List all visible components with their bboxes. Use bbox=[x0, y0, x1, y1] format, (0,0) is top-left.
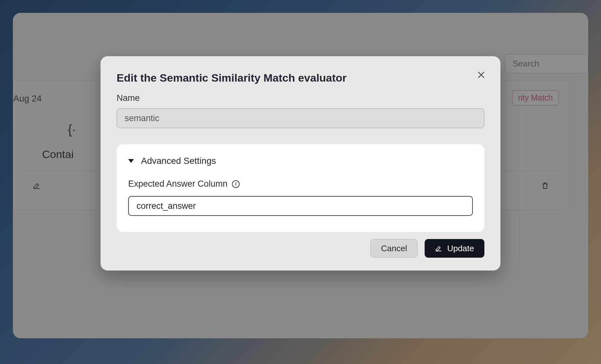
update-button[interactable]: Update bbox=[425, 239, 484, 258]
modal-title: Edit the Semantic Similarity Match evalu… bbox=[117, 72, 484, 84]
modal-overlay: Edit the Semantic Similarity Match evalu… bbox=[0, 0, 601, 364]
name-input[interactable] bbox=[117, 108, 484, 128]
advanced-settings-panel: Advanced Settings Expected Answer Column… bbox=[117, 144, 484, 232]
modal-actions: Cancel Update bbox=[117, 239, 484, 258]
advanced-settings-title: Advanced Settings bbox=[141, 156, 216, 166]
name-label: Name bbox=[117, 93, 484, 103]
info-icon[interactable]: i bbox=[232, 180, 240, 188]
caret-down-icon bbox=[128, 159, 134, 163]
cancel-button[interactable]: Cancel bbox=[370, 239, 418, 258]
edit-evaluator-modal: Edit the Semantic Similarity Match evalu… bbox=[101, 56, 500, 271]
update-button-label: Update bbox=[447, 244, 474, 253]
expected-answer-label: Expected Answer Column bbox=[128, 179, 227, 189]
expected-answer-label-row: Expected Answer Column i bbox=[128, 179, 473, 189]
expected-answer-input[interactable] bbox=[128, 196, 473, 216]
close-icon bbox=[477, 70, 486, 79]
close-button[interactable] bbox=[475, 69, 487, 81]
advanced-settings-header[interactable]: Advanced Settings bbox=[128, 156, 473, 166]
pencil-icon bbox=[435, 245, 442, 252]
